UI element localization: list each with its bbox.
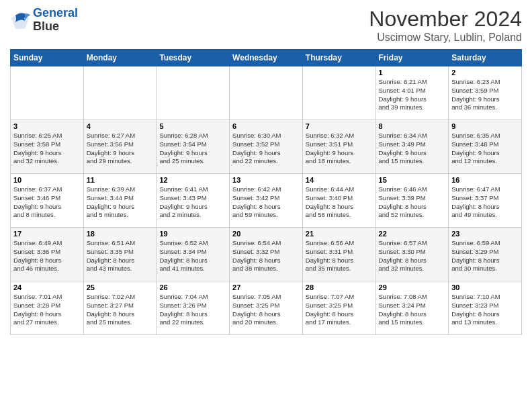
day-number: 17 [13,230,81,238]
day-number: 12 [159,176,226,184]
header-tuesday: Tuesday [157,50,230,66]
calendar-cell [11,66,84,120]
day-number: 10 [13,176,81,184]
calendar-cell: 6Sunrise: 6:30 AM Sunset: 3:52 PM Daylig… [230,120,303,174]
calendar-cell: 26Sunrise: 7:04 AM Sunset: 3:26 PM Dayli… [157,281,230,335]
calendar-cell: 11Sunrise: 6:39 AM Sunset: 3:44 PM Dayli… [83,174,157,228]
day-info: Sunrise: 6:34 AM Sunset: 3:49 PM Dayligh… [379,132,446,166]
day-info: Sunrise: 6:42 AM Sunset: 3:42 PM Dayligh… [232,185,300,220]
day-number: 25 [87,283,154,291]
calendar-week-3: 17Sunrise: 6:49 AM Sunset: 3:36 PM Dayli… [11,228,522,281]
logo-icon [10,10,30,30]
day-info: Sunrise: 6:28 AM Sunset: 3:54 PM Dayligh… [159,132,226,166]
day-number: 30 [451,283,519,291]
calendar-cell: 27Sunrise: 7:05 AM Sunset: 3:25 PM Dayli… [230,281,303,335]
day-info: Sunrise: 6:46 AM Sunset: 3:39 PM Dayligh… [379,185,446,220]
day-info: Sunrise: 6:27 AM Sunset: 3:56 PM Dayligh… [87,132,154,166]
day-info: Sunrise: 6:49 AM Sunset: 3:36 PM Dayligh… [13,239,81,273]
day-info: Sunrise: 6:51 AM Sunset: 3:35 PM Dayligh… [87,239,154,273]
day-info: Sunrise: 7:01 AM Sunset: 3:28 PM Dayligh… [13,293,81,327]
day-number: 26 [159,283,226,291]
day-number: 15 [379,176,446,184]
calendar-cell: 23Sunrise: 6:59 AM Sunset: 3:29 PM Dayli… [449,228,522,281]
day-number: 4 [87,122,154,130]
calendar-cell: 8Sunrise: 6:34 AM Sunset: 3:49 PM Daylig… [375,120,449,174]
calendar-cell [83,66,157,120]
logo: General Blue [10,7,78,34]
calendar-cell: 19Sunrise: 6:52 AM Sunset: 3:34 PM Dayli… [157,228,230,281]
calendar-cell: 29Sunrise: 7:08 AM Sunset: 3:24 PM Dayli… [375,281,449,335]
day-info: Sunrise: 7:04 AM Sunset: 3:26 PM Dayligh… [159,293,226,327]
day-number: 28 [306,283,373,291]
calendar-cell [302,66,375,120]
day-number: 11 [87,176,154,184]
day-number: 6 [232,122,300,130]
calendar-cell: 7Sunrise: 6:32 AM Sunset: 3:51 PM Daylig… [302,120,375,174]
subtitle: Uscimow Stary, Lublin, Poland [369,32,522,44]
day-number: 29 [379,283,446,291]
header-friday: Friday [375,50,449,66]
day-info: Sunrise: 7:07 AM Sunset: 3:25 PM Dayligh… [306,293,373,327]
calendar-cell: 2Sunrise: 6:23 AM Sunset: 3:59 PM Daylig… [449,66,522,120]
header-sunday: Sunday [11,50,84,66]
day-info: Sunrise: 6:25 AM Sunset: 3:58 PM Dayligh… [13,132,81,166]
day-number: 16 [451,176,519,184]
calendar-week-4: 24Sunrise: 7:01 AM Sunset: 3:28 PM Dayli… [11,281,522,335]
calendar-header-row: Sunday Monday Tuesday Wednesday Thursday… [11,50,522,66]
calendar-cell: 28Sunrise: 7:07 AM Sunset: 3:25 PM Dayli… [302,281,375,335]
header-wednesday: Wednesday [230,50,303,66]
calendar-week-1: 3Sunrise: 6:25 AM Sunset: 3:58 PM Daylig… [11,120,522,174]
calendar-week-2: 10Sunrise: 6:37 AM Sunset: 3:46 PM Dayli… [11,174,522,228]
day-number: 8 [379,122,446,130]
day-number: 14 [306,176,373,184]
calendar-cell: 9Sunrise: 6:35 AM Sunset: 3:48 PM Daylig… [449,120,522,174]
calendar-cell: 5Sunrise: 6:28 AM Sunset: 3:54 PM Daylig… [157,120,230,174]
calendar-cell: 21Sunrise: 6:56 AM Sunset: 3:31 PM Dayli… [302,228,375,281]
calendar-cell: 4Sunrise: 6:27 AM Sunset: 3:56 PM Daylig… [83,120,157,174]
header-saturday: Saturday [449,50,522,66]
calendar-cell: 18Sunrise: 6:51 AM Sunset: 3:35 PM Dayli… [83,228,157,281]
day-number: 18 [87,230,154,238]
day-number: 7 [306,122,373,130]
calendar-cell: 24Sunrise: 7:01 AM Sunset: 3:28 PM Dayli… [11,281,84,335]
calendar-cell: 17Sunrise: 6:49 AM Sunset: 3:36 PM Dayli… [11,228,84,281]
day-number: 3 [13,122,81,130]
day-info: Sunrise: 7:10 AM Sunset: 3:23 PM Dayligh… [451,293,519,327]
day-info: Sunrise: 6:21 AM Sunset: 4:01 PM Dayligh… [379,78,446,112]
calendar-cell [230,66,303,120]
day-number: 2 [451,68,519,77]
calendar-cell: 1Sunrise: 6:21 AM Sunset: 4:01 PM Daylig… [375,66,449,120]
day-number: 9 [451,122,519,130]
calendar-cell: 13Sunrise: 6:42 AM Sunset: 3:42 PM Dayli… [230,174,303,228]
day-info: Sunrise: 6:41 AM Sunset: 3:43 PM Dayligh… [159,185,226,220]
logo-text: General Blue [33,7,78,34]
day-info: Sunrise: 6:59 AM Sunset: 3:29 PM Dayligh… [451,239,519,273]
calendar-cell: 14Sunrise: 6:44 AM Sunset: 3:40 PM Dayli… [302,174,375,228]
day-info: Sunrise: 6:44 AM Sunset: 3:40 PM Dayligh… [306,185,373,220]
day-info: Sunrise: 6:32 AM Sunset: 3:51 PM Dayligh… [306,132,373,166]
calendar-cell: 3Sunrise: 6:25 AM Sunset: 3:58 PM Daylig… [11,120,84,174]
day-info: Sunrise: 6:57 AM Sunset: 3:30 PM Dayligh… [379,239,446,273]
day-info: Sunrise: 7:05 AM Sunset: 3:25 PM Dayligh… [232,293,300,327]
calendar-cell: 22Sunrise: 6:57 AM Sunset: 3:30 PM Dayli… [375,228,449,281]
day-info: Sunrise: 6:37 AM Sunset: 3:46 PM Dayligh… [13,185,81,220]
calendar-cell: 10Sunrise: 6:37 AM Sunset: 3:46 PM Dayli… [11,174,84,228]
day-number: 20 [232,230,300,238]
month-title: November 2024 [369,7,522,32]
title-section: November 2024 Uscimow Stary, Lublin, Pol… [369,7,522,44]
calendar-cell: 20Sunrise: 6:54 AM Sunset: 3:32 PM Dayli… [230,228,303,281]
day-number: 24 [13,283,81,291]
calendar-cell: 12Sunrise: 6:41 AM Sunset: 3:43 PM Dayli… [157,174,230,228]
calendar-table: Sunday Monday Tuesday Wednesday Thursday… [10,49,522,335]
header-thursday: Thursday [302,50,375,66]
day-info: Sunrise: 6:54 AM Sunset: 3:32 PM Dayligh… [232,239,300,273]
calendar-cell: 30Sunrise: 7:10 AM Sunset: 3:23 PM Dayli… [449,281,522,335]
day-number: 5 [159,122,226,130]
day-info: Sunrise: 6:23 AM Sunset: 3:59 PM Dayligh… [451,78,519,112]
day-info: Sunrise: 6:30 AM Sunset: 3:52 PM Dayligh… [232,132,300,166]
calendar-cell [157,66,230,120]
calendar-cell: 15Sunrise: 6:46 AM Sunset: 3:39 PM Dayli… [375,174,449,228]
day-info: Sunrise: 6:52 AM Sunset: 3:34 PM Dayligh… [159,239,226,273]
day-info: Sunrise: 6:47 AM Sunset: 3:37 PM Dayligh… [451,185,519,220]
day-info: Sunrise: 6:56 AM Sunset: 3:31 PM Dayligh… [306,239,373,273]
